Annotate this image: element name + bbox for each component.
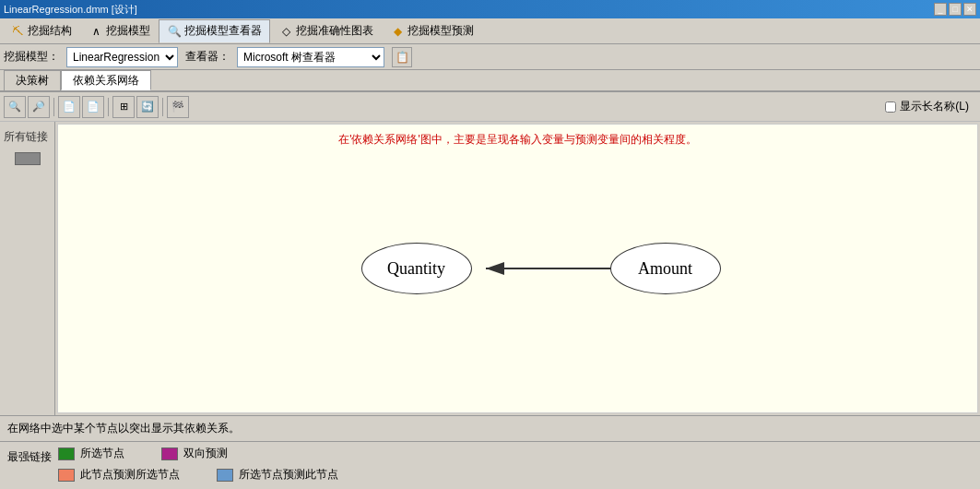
node-amount[interactable]: Amount [610,243,721,294]
model-icon: ∧ [89,24,103,39]
legend-label-selected-predicts: 所选节点预测此节点 [239,467,338,483]
sub-tabs: 决策树 依赖关系网络 [0,70,980,92]
canvas-area: 在'依赖关系网络'图中，主要是呈现各输入变量与预测变量间的相关程度。 Quant… [57,124,978,413]
amount-label: Amount [638,259,692,279]
tab-decision-label: 决策树 [16,73,49,89]
tab-model[interactable]: ∧ 挖掘模型 [80,19,159,43]
menu-tabs: ⛏ 挖掘结构 ∧ 挖掘模型 🔍 挖掘模型查看器 ◇ 挖掘准确性图表 ◆ 挖掘模型… [0,18,980,44]
legend-color-selected-predicts [217,469,233,482]
status-text: 在网络中选中某个节点以突出显示其依赖关系。 [7,421,240,436]
main-content: 所有链接 在'依赖关系网络'图中，主要是呈现各输入变量与预测变量间的相关程度。 … [0,122,980,415]
refresh-button[interactable]: 🔄 [136,96,159,118]
accuracy-icon: ◇ [278,24,293,39]
tab-viewer[interactable]: 🔍 挖掘模型查看器 [159,19,270,43]
slider-handle[interactable] [15,152,41,165]
predict-icon: ◆ [390,24,405,39]
tab-decision[interactable]: 决策树 [4,70,61,90]
node-quantity[interactable]: Quantity [361,243,472,294]
model-select[interactable]: LinearRegression [66,47,178,67]
legend-item-predicts-selected: 此节点预测所选节点 [58,467,180,483]
copy-diagram-button[interactable]: 📄 [58,96,80,118]
tab-structure-label: 挖掘结构 [28,23,72,39]
viewer-select[interactable]: Microsoft 树查看器 [237,47,384,67]
model-label: 挖掘模型： [4,49,59,65]
tab-model-label: 挖掘模型 [106,23,150,39]
show-long-name-checkbox[interactable] [885,101,896,113]
toolbar-row: 挖掘模型： LinearRegression 查看器： Microsoft 树查… [0,44,980,70]
legend-item-selected-predicts: 所选节点预测此节点 [217,467,338,483]
tab-accuracy-label: 挖掘准确性图表 [296,23,373,39]
sidebar-label: 所有链接 [4,130,48,143]
fit-button[interactable]: ⊞ [112,96,135,118]
legend-label-selected: 所选节点 [80,446,124,461]
legend-color-selected [58,447,75,460]
viewer-label: 查看器： [185,49,230,65]
tab-viewer-label: 挖掘模型查看器 [184,23,262,39]
separator-3 [162,98,163,116]
icon-toolbar: 🔍 🔎 📄 📄 ⊞ 🔄 🏁 显示长名称(L) [0,92,980,122]
zoom-out-button[interactable]: 🔎 [28,96,50,118]
tab-structure[interactable]: ⛏ 挖掘结构 [2,19,80,43]
status-bar: 在网络中选中某个节点以突出显示其依赖关系。 [0,415,980,441]
legend-item-bidirectional: 双向预测 [161,446,228,461]
legend-title: 最强链接 [7,446,58,465]
legend-item-selected: 所选节点 [58,446,124,461]
legend-color-predicts-selected [58,469,75,482]
maximize-button[interactable]: □ [949,3,962,16]
separator-1 [53,98,54,116]
show-long-name-text: 显示长名称(L) [900,99,969,114]
tab-network[interactable]: 依赖关系网络 [61,70,151,90]
structure-icon: ⛏ [10,24,25,39]
zoom-in-button[interactable]: 🔍 [4,96,26,118]
canvas-description: 在'依赖关系网络'图中，主要是呈现各输入变量与预测变量间的相关程度。 [338,132,697,148]
network-diagram: Quantity Amount [288,232,749,305]
legend-label-bidirectional: 双向预测 [183,446,228,461]
legend-color-bidirectional [161,447,178,460]
tab-predict-label: 挖掘模型预测 [407,23,474,39]
save-button[interactable]: 📄 [82,96,104,118]
legend-label-predicts-selected: 此节点预测所选节点 [80,467,180,483]
zoom-controls: 🔍 🔎 📄 📄 ⊞ 🔄 🏁 [4,96,189,118]
window-title: LinearRegression.dmm [设计] [4,3,137,17]
separator-2 [108,98,109,116]
minimize-button[interactable]: _ [934,3,947,16]
legend-area: 最强链接 所选节点 双向预测 此节点预测所选节点 所选 [0,441,980,489]
title-bar: LinearRegression.dmm [设计] _ □ ✕ [0,0,980,18]
show-long-name-label[interactable]: 显示长名称(L) [885,99,969,114]
tab-network-label: 依赖关系网络 [73,73,139,89]
layout-button[interactable]: 🏁 [167,96,189,118]
window-controls[interactable]: _ □ ✕ [934,3,976,16]
copy-button[interactable]: 📋 [392,47,412,67]
display-options: 显示长名称(L) [885,99,976,114]
sidebar: 所有链接 [0,122,55,415]
tab-predict[interactable]: ◆ 挖掘模型预测 [382,19,482,43]
tab-accuracy[interactable]: ◇ 挖掘准确性图表 [270,19,382,43]
viewer-icon: 🔍 [167,24,182,39]
close-button[interactable]: ✕ [963,3,976,16]
quantity-label: Quantity [387,259,445,279]
